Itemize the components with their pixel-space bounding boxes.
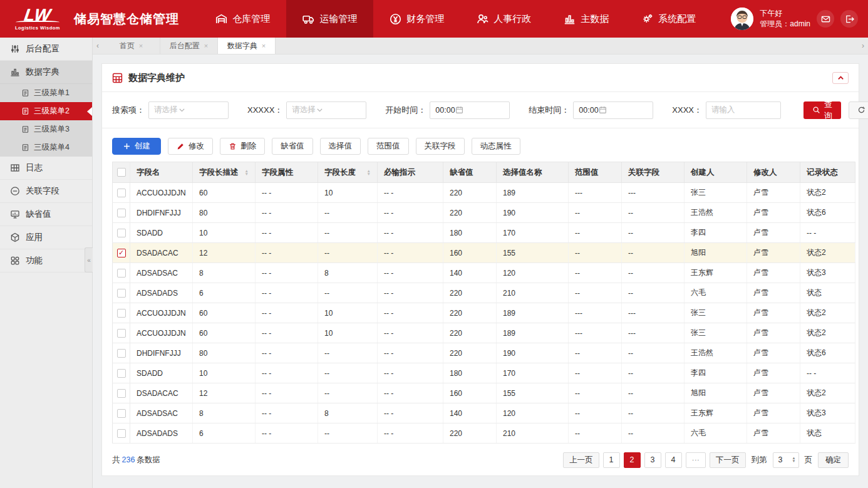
page-button-2[interactable]: 2 (624, 452, 641, 468)
tab-close-icon[interactable]: × (262, 42, 266, 49)
row-checkbox[interactable] (117, 229, 126, 237)
column-header-字段长度[interactable]: 字段长度▲▼ (318, 162, 378, 183)
user-info[interactable]: 下午好 管理员：admin (760, 8, 810, 30)
table-row[interactable]: ACCUOJJDJN60-- -10-- -220189------张三卢雪状态… (113, 303, 855, 323)
next-page-button[interactable]: 下一页 (710, 452, 746, 468)
sidebar-item-功能[interactable]: 功能 (0, 249, 92, 273)
column-label: 缺省值 (450, 167, 473, 178)
sidebar-item-日志[interactable]: 日志 (0, 157, 92, 180)
tab-scroll-right-icon[interactable]: › (858, 38, 868, 54)
tab-scroll-left-icon[interactable]: ‹ (93, 38, 103, 54)
filter-time-input[interactable]: 00:00 (573, 101, 653, 119)
table-row[interactable]: DHDIFNFJJJ80-- ----- -220190----王浩然卢雪状态6 (113, 343, 855, 363)
row-checkbox[interactable] (117, 269, 126, 278)
column-header-inner: 字段长度▲▼ (324, 167, 371, 178)
table-cell: 张三 (685, 303, 747, 323)
table-row[interactable]: ADSADADS6-- ----- -220210----六毛卢雪状态 (113, 423, 855, 444)
row-checkbox[interactable] (117, 369, 126, 378)
filter-select[interactable]: 请选择 (148, 101, 229, 119)
page-jump-input[interactable]: 3▲▼ (773, 452, 799, 468)
sort-icon[interactable]: ▲▼ (363, 169, 371, 175)
row-checkbox[interactable] (117, 309, 126, 318)
table-cell: -- (622, 363, 685, 383)
page-button-3[interactable]: 3 (644, 452, 661, 468)
hexagon-icon (10, 232, 20, 242)
logout-icon[interactable] (840, 10, 858, 28)
table-cell: ADSADSAC (130, 403, 193, 423)
table-row[interactable]: DSADACAC12-- ----- -160155----旭阳卢雪状态2 (113, 383, 855, 403)
row-checkbox[interactable] (117, 209, 126, 217)
sidebar-item-后台配置[interactable]: 后台配置 (0, 38, 92, 61)
删除-button[interactable]: 删除 (220, 138, 265, 155)
sidebar-subitem-三级菜单4[interactable]: 三级菜单4 (0, 138, 92, 157)
缺省值-button[interactable]: 缺省值 (272, 138, 313, 155)
sidebar-item-关联字段[interactable]: 关联字段 (0, 180, 92, 203)
mail-icon[interactable] (817, 10, 834, 28)
query-button[interactable]: 查询 (803, 101, 841, 119)
reset-button[interactable]: 重置 (849, 101, 868, 119)
topnav-item-财务管理[interactable]: 财务管理 (373, 0, 460, 38)
修改-button[interactable]: 修改 (168, 138, 213, 155)
table-row[interactable]: SDADD10-- ----- -180170----李四卢雪-- - (113, 223, 855, 243)
page-button-4[interactable]: 4 (665, 452, 682, 468)
topnav-item-主数据[interactable]: 主数据 (547, 0, 625, 38)
topnav-item-人事行政[interactable]: 人事行政 (460, 0, 547, 38)
spinner-arrows-icon[interactable]: ▲▼ (792, 457, 796, 463)
row-checkbox[interactable] (117, 349, 126, 358)
创建-button[interactable]: 创建 (112, 138, 161, 155)
topnav-item-系统配置[interactable]: 系统配置 (625, 0, 712, 38)
row-checkbox[interactable] (117, 389, 126, 398)
user-cluster: 下午好 管理员：admin (712, 8, 868, 30)
panel-collapse-button[interactable] (832, 72, 849, 84)
filter-select[interactable]: 请选择 (286, 101, 366, 119)
tab-首页[interactable]: 首页× (103, 38, 160, 54)
sidebar-collapse-handle[interactable]: « (85, 247, 93, 273)
filter-time-input[interactable]: 00:00 (430, 101, 510, 119)
table-row[interactable]: ADSADSAC8-- -8-- -140120----王东辉卢雪状态3 (113, 263, 855, 283)
confirm-button[interactable]: 确定 (818, 452, 849, 468)
table-row[interactable]: ACCUOJJDJN60-- -10-- -220189------张三卢雪状态… (113, 323, 855, 343)
table-row[interactable]: ✓DSADACAC12-- ----- -160155----旭阳卢雪状态2 (113, 243, 855, 263)
动态属性-button[interactable]: 动态属性 (472, 138, 520, 155)
row-checkbox[interactable] (117, 409, 126, 418)
范围值-button[interactable]: 范围值 (368, 138, 409, 155)
avatar[interactable] (731, 8, 753, 30)
topnav-label: 主数据 (581, 13, 609, 25)
table-cell: -- (569, 403, 622, 423)
row-checkbox[interactable] (117, 329, 126, 338)
sort-icon[interactable]: ▲▼ (241, 169, 249, 175)
row-checkbox[interactable] (117, 289, 126, 298)
tab-close-icon[interactable]: × (139, 42, 143, 49)
关联字段-button[interactable]: 关联字段 (416, 138, 465, 155)
tab-后台配置[interactable]: 后台配置× (160, 38, 218, 54)
选择值-button[interactable]: 选择值 (320, 138, 361, 155)
sidebar-subitem-三级菜单2[interactable]: 三级菜单2 (0, 102, 92, 120)
table-row[interactable]: ADSADSAC8-- -8-- -140120----王东辉卢雪状态3 (113, 403, 855, 423)
table-row[interactable]: SDADD10-- ----- -180170----李四卢雪-- - (113, 363, 855, 383)
page-button-1[interactable]: 1 (603, 452, 620, 468)
row-checkbox[interactable] (117, 429, 126, 438)
table-cell: ACCUOJJDJN (130, 183, 193, 203)
table-row[interactable]: DHDIFNFJJJ80-- ----- -220190----王浩然卢雪状态6 (113, 203, 855, 223)
sidebar-item-数据字典[interactable]: 数据字典 (0, 61, 92, 84)
table-cell: SDADD (130, 363, 193, 383)
tab-close-icon[interactable]: × (204, 42, 208, 49)
row-checkbox[interactable]: ✓ (117, 249, 126, 257)
table-cell: -- - (256, 283, 318, 303)
header-checkbox[interactable] (117, 168, 126, 177)
topnav-item-仓库管理[interactable]: 仓库管理 (199, 0, 286, 38)
topnav-item-运输管理[interactable]: 运输管理 (286, 0, 373, 38)
sidebar-item-应用[interactable]: 应用 (0, 226, 92, 249)
doc-icon (21, 125, 29, 133)
prev-page-button[interactable]: 上一页 (563, 452, 599, 468)
table-row[interactable]: ACCUOJJDJN60-- -10-- -220189------张三卢雪状态… (113, 183, 855, 203)
tab-数据字典[interactable]: 数据字典× (218, 38, 276, 54)
filter-text-input[interactable]: 请输入 (706, 101, 781, 119)
sidebar-item-缺省值[interactable]: 缺省值 (0, 203, 92, 226)
sidebar-subitem-三级菜单1[interactable]: 三级菜单1 (0, 84, 92, 102)
column-header-字段长描述[interactable]: 字段长描述▲▼ (193, 162, 256, 183)
sidebar-subitem-三级菜单3[interactable]: 三级菜单3 (0, 120, 92, 138)
table-cell: -- (569, 263, 622, 283)
row-checkbox[interactable] (117, 189, 126, 197)
table-row[interactable]: ADSADADS6-- ----- -220210----六毛卢雪状态 (113, 283, 855, 303)
